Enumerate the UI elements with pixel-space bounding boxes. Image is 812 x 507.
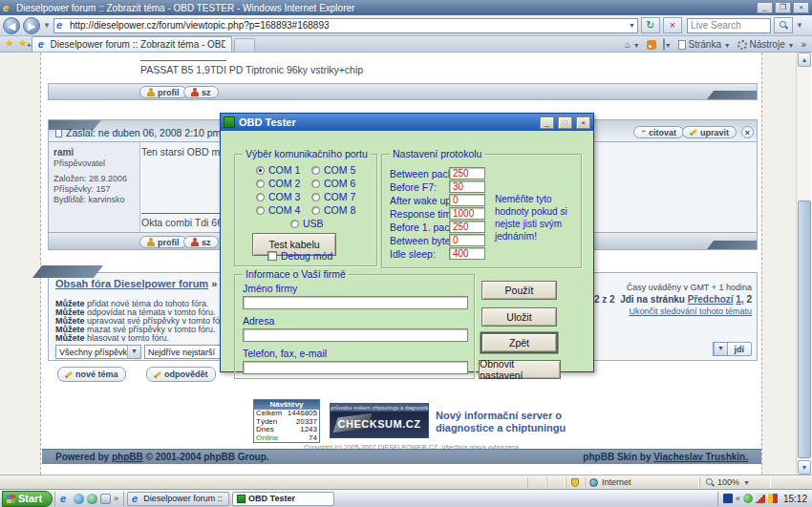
search-button[interactable] — [774, 17, 793, 33]
upravit-button[interactable]: upravit — [682, 126, 737, 138]
company-name-input[interactable] — [243, 296, 468, 309]
response-timeout-input[interactable]: 1000 — [449, 207, 485, 220]
tray-language-icon[interactable] — [723, 494, 733, 503]
radio-icon[interactable] — [290, 220, 299, 228]
breadcrumb-forum-link[interactable]: Obsah fóra Dieselpower forum — [55, 278, 208, 289]
dropdown-arrow-icon[interactable]: ▼ — [714, 343, 727, 355]
citovat-button[interactable]: “ citovat — [633, 126, 684, 138]
jdi-button[interactable]: jdi — [727, 342, 753, 356]
start-button[interactable]: Start — [2, 491, 53, 507]
radio-com7[interactable]: COM 7 — [311, 191, 355, 202]
radio-com3[interactable]: COM 3 — [256, 191, 300, 202]
idle-sleep-input[interactable]: 400 — [449, 247, 485, 260]
radio-com6[interactable]: COM 6 — [311, 178, 355, 189]
page-menu-button[interactable]: Stránka ▼ — [678, 39, 731, 50]
between-bytes-input[interactable]: 0 — [449, 234, 485, 246]
task-obd-tester[interactable]: OBD Tester — [232, 492, 334, 506]
scroll-up-button[interactable]: ▲ — [798, 53, 811, 67]
posts-filter-select[interactable]: Všechny příspěvky▼ — [55, 345, 141, 359]
sz-button[interactable]: sz — [183, 236, 219, 248]
print-button[interactable]: ▼ — [663, 39, 672, 50]
minimize-button[interactable]: _ — [757, 2, 773, 13]
radio-icon[interactable] — [256, 166, 265, 175]
radio-icon[interactable] — [256, 180, 265, 188]
checkbox-icon[interactable] — [267, 251, 277, 261]
radio-com4[interactable]: COM 4 — [256, 204, 300, 216]
radio-icon[interactable] — [256, 206, 265, 215]
dropdown-arrow-icon[interactable]: ▼ — [127, 346, 140, 358]
after-wake-up-input[interactable]: 0 — [449, 194, 485, 206]
dialog-titlebar[interactable]: OBD Tester _ □ × — [221, 114, 593, 131]
before-f7-input[interactable]: 30 — [449, 180, 485, 193]
radio-com5[interactable]: COM 5 — [311, 164, 355, 176]
skin-author-link[interactable]: Viacheslav Trushkin. — [653, 452, 748, 462]
tray-color-icon[interactable] — [768, 494, 778, 503]
tray-network-icon[interactable] — [756, 494, 765, 503]
quicklaunch-globe-icon[interactable] — [87, 494, 97, 504]
favorites-star-icon[interactable]: ★ — [5, 37, 14, 50]
scrollbar-thumb[interactable] — [798, 201, 811, 458]
radio-icon[interactable] — [311, 193, 320, 201]
unwatch-topic-link[interactable]: Ukončit sledování tohoto tématu — [629, 306, 752, 316]
search-placeholder[interactable]: Live Search — [691, 20, 767, 31]
vertical-scrollbar[interactable]: ▲ ▼ — [796, 53, 811, 475]
radio-icon[interactable] — [311, 180, 320, 188]
search-options-dropdown[interactable]: ▼ — [796, 21, 803, 30]
restore-settings-button[interactable]: Obnovit nastavení — [479, 360, 561, 379]
between-packets-input[interactable]: 250 — [449, 167, 485, 180]
apply-button[interactable]: Použít — [481, 281, 557, 300]
back-button-dialog[interactable]: Zpět — [481, 333, 557, 352]
quicklaunch-ie-icon[interactable]: e — [60, 494, 71, 504]
tab-dieselpower[interactable]: e Dieselpower forum :: Zobrazit téma - O… — [32, 36, 232, 52]
scroll-down-button[interactable]: ▼ — [798, 460, 811, 475]
page-1-link[interactable]: 1, — [736, 294, 743, 305]
address-text[interactable]: http://dieselpower.cz/forum/viewtopic.ph… — [70, 20, 626, 31]
tray-green-icon[interactable] — [743, 494, 753, 503]
profil-button[interactable]: profil — [139, 86, 187, 98]
search-box[interactable]: Live Search — [687, 18, 771, 33]
forward-button[interactable]: ▶ — [23, 17, 40, 34]
address-bar[interactable]: e http://dieselpower.cz/forum/viewtopic.… — [53, 18, 638, 33]
phone-input[interactable] — [243, 361, 468, 374]
quicklaunch-desktop-icon[interactable] — [74, 494, 84, 504]
rss-icon[interactable] — [647, 40, 656, 50]
stop-button[interactable]: × — [663, 17, 682, 33]
radio-com2[interactable]: COM 2 — [256, 178, 300, 189]
profil-button[interactable]: profil — [139, 236, 187, 248]
history-dropdown[interactable]: ▼ — [43, 21, 51, 30]
save-button[interactable]: Uložit — [481, 307, 557, 327]
quicklaunch-window-icon[interactable] — [100, 494, 111, 504]
radio-icon[interactable] — [256, 193, 265, 201]
address-dropdown-icon[interactable]: ▼ — [629, 22, 635, 29]
new-tab-button[interactable] — [234, 38, 255, 52]
zoom-dropdown-icon[interactable]: ▼ — [743, 479, 750, 486]
tray-collapse-chevron[interactable]: « — [736, 494, 740, 503]
new-topic-button[interactable]: nové téma — [57, 367, 126, 382]
radio-icon[interactable] — [311, 166, 320, 175]
task-dieselpower-forum[interactable]: e Dieselpower forum :: Zo... — [127, 492, 229, 506]
delete-post-button[interactable]: × — [741, 126, 754, 138]
add-favorite-icon[interactable]: ★ — [18, 37, 28, 50]
radio-com1[interactable]: COM 1 — [256, 164, 300, 176]
radio-usb[interactable]: USB — [290, 218, 324, 229]
restore-button[interactable]: ❐ — [775, 2, 791, 13]
dialog-minimize-button[interactable]: _ — [540, 116, 554, 129]
close-button[interactable]: × — [793, 2, 809, 13]
dialog-close-button[interactable]: × — [576, 116, 590, 129]
jump-select[interactable]: ▼ — [713, 342, 728, 356]
radio-com8[interactable]: COM 8 — [311, 204, 355, 216]
radio-icon[interactable] — [311, 206, 320, 215]
toolbar-overflow-chevron[interactable]: » — [801, 39, 806, 50]
author-name[interactable]: rami — [53, 147, 74, 158]
zoom-control[interactable]: 100% ▼ — [699, 477, 771, 488]
address-input[interactable] — [243, 328, 468, 342]
reply-button[interactable]: odpovědět — [146, 367, 216, 382]
before-1-packet-input[interactable]: 250 — [449, 221, 485, 233]
tools-menu-button[interactable]: Nástroje ▼ — [737, 39, 795, 50]
debug-checkbox[interactable]: Debug mód — [267, 250, 332, 262]
sz-button[interactable]: sz — [183, 86, 219, 98]
home-button[interactable]: ⌂ ▼ — [625, 39, 640, 50]
phpbb-link[interactable]: phpBB — [112, 452, 143, 462]
checksum-banner[interactable]: průvodce světem chiptuningu a diagnostik… — [330, 403, 429, 438]
previous-page-link[interactable]: Předchozí — [688, 294, 734, 305]
